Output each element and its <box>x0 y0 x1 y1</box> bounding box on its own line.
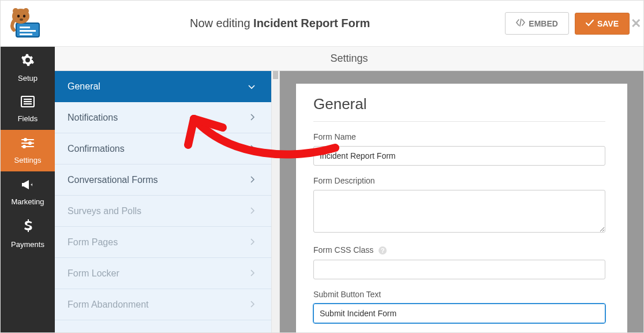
panel-heading: General <box>313 95 605 122</box>
svg-point-19 <box>23 145 25 148</box>
settings-nav: General Notifications Confirmations Conv… <box>55 71 280 332</box>
dollar-icon <box>23 219 32 237</box>
code-icon <box>516 18 525 28</box>
svg-point-5 <box>17 14 20 17</box>
save-button[interactable]: SAVE <box>575 13 630 35</box>
form-title: Incident Report Form <box>253 17 370 29</box>
help-icon[interactable]: ? <box>378 246 387 255</box>
nav-item-label: Form Pages <box>68 237 118 248</box>
rail-marketing-label: Marketing <box>11 197 44 206</box>
nav-conversational[interactable]: Conversational Forms <box>55 164 271 196</box>
rail-setup[interactable]: Setup <box>1 47 55 88</box>
form-description-label: Form Description <box>313 176 605 185</box>
settings-subheader: Settings <box>55 47 643 71</box>
header-actions: EMBED SAVE <box>505 12 643 35</box>
wpforms-logo-icon <box>10 8 45 39</box>
content-area: General Form Name Form Description Form … <box>280 71 643 332</box>
rail-settings[interactable]: Settings <box>1 130 55 171</box>
svg-text:?: ? <box>381 247 385 254</box>
rail-settings-label: Settings <box>14 156 42 164</box>
chevron-right-icon <box>250 113 255 122</box>
nav-item-label: Form Locker <box>68 268 119 279</box>
field-form-css: Form CSS Class ? <box>313 245 605 279</box>
nav-item-label: Notifications <box>68 113 118 123</box>
field-submit-text: Submit Button Text <box>313 290 605 323</box>
check-icon <box>586 19 594 28</box>
form-css-input[interactable] <box>313 260 605 279</box>
submit-text-input[interactable] <box>313 304 605 323</box>
scrollbar[interactable] <box>271 71 279 332</box>
form-description-textarea[interactable] <box>313 190 605 233</box>
form-css-label: Form CSS Class ? <box>313 245 605 255</box>
chevron-right-icon <box>250 269 255 278</box>
save-label: SAVE <box>597 19 619 28</box>
nav-surveys[interactable]: Surveys and Polls <box>55 196 271 227</box>
svg-point-15 <box>24 139 27 141</box>
close-icon[interactable]: ✕ <box>631 16 641 31</box>
list-icon <box>21 96 35 111</box>
nav-item-label: Confirmations <box>68 144 125 154</box>
form-title-area: Now editing Incident Report Form <box>55 17 505 30</box>
rail-marketing[interactable]: Marketing <box>1 171 55 213</box>
nav-item-label: General <box>68 81 100 92</box>
svg-point-17 <box>29 142 31 144</box>
svg-point-6 <box>23 14 25 17</box>
rail-fields[interactable]: Fields <box>1 88 55 130</box>
chevron-right-icon <box>250 300 255 309</box>
rail-fields-label: Fields <box>18 114 38 123</box>
nav-form-locker[interactable]: Form Locker <box>55 258 271 289</box>
subheader-title: Settings <box>330 53 368 65</box>
form-css-label-text: Form CSS Class <box>313 245 373 255</box>
form-name-input[interactable] <box>313 146 605 166</box>
svg-point-7 <box>20 18 23 21</box>
nav-item-label: Surveys and Polls <box>68 206 141 216</box>
left-rail: Setup Fields Settings Marketing Payments <box>1 47 55 332</box>
app-logo <box>1 1 55 47</box>
nav-item-label: Conversational Forms <box>68 175 158 185</box>
field-form-name: Form Name <box>313 132 605 166</box>
rail-setup-label: Setup <box>18 74 38 83</box>
svg-rect-2 <box>20 30 36 32</box>
nav-confirmations[interactable]: Confirmations <box>55 133 271 164</box>
scrollbar-thumb[interactable] <box>273 71 278 79</box>
svg-point-9 <box>23 8 29 14</box>
nav-form-pages[interactable]: Form Pages <box>55 227 271 258</box>
submit-text-label: Submit Button Text <box>313 290 605 299</box>
nav-item-label: Form Abandonment <box>68 300 149 310</box>
svg-rect-3 <box>20 33 32 35</box>
editing-prefix: Now editing <box>190 17 250 29</box>
embed-label: EMBED <box>529 19 558 28</box>
gear-icon <box>21 53 35 70</box>
rail-payments-label: Payments <box>11 240 44 249</box>
chevron-down-icon <box>248 82 255 91</box>
nav-notifications[interactable]: Notifications <box>55 102 271 133</box>
svg-rect-1 <box>20 27 30 28</box>
chevron-right-icon <box>250 238 255 247</box>
nav-form-abandonment[interactable]: Form Abandonment <box>55 289 271 320</box>
nav-general[interactable]: General <box>55 71 271 102</box>
chevron-right-icon <box>250 144 255 154</box>
bullhorn-icon <box>21 179 35 194</box>
field-form-description: Form Description <box>313 176 605 235</box>
sliders-icon <box>21 137 35 152</box>
topbar: Now editing Incident Report Form EMBED S… <box>1 1 643 47</box>
svg-point-8 <box>13 8 18 14</box>
embed-button[interactable]: EMBED <box>505 12 569 35</box>
rail-payments[interactable]: Payments <box>1 213 55 255</box>
settings-panel: General Form Name Form Description Form … <box>296 84 627 333</box>
chevron-right-icon <box>250 175 255 185</box>
chevron-right-icon <box>250 207 255 216</box>
form-name-label: Form Name <box>313 132 605 141</box>
